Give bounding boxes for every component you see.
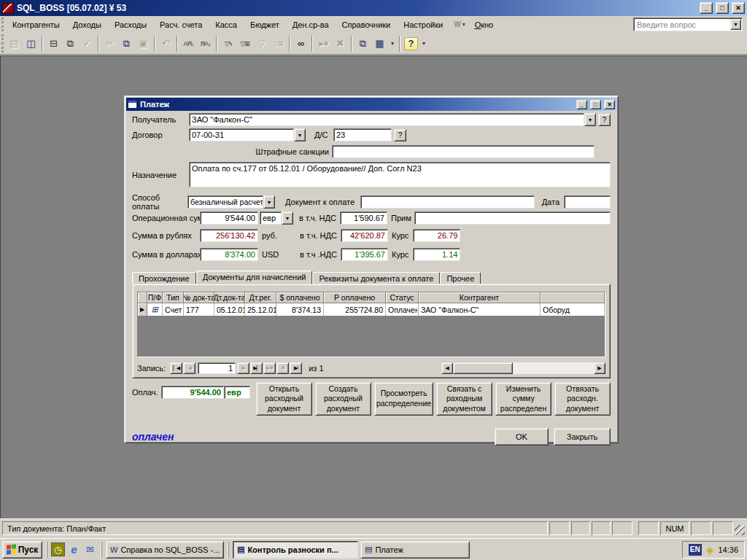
link-expense-doc-button[interactable]: Связать с раходным документом (436, 382, 492, 416)
cancel-record-button[interactable]: ✖ (276, 362, 289, 374)
close-button[interactable]: ✕ (732, 2, 745, 14)
filter-icon[interactable]: ▽ (253, 36, 270, 52)
menubar-grip[interactable] (1, 18, 4, 31)
scrollbar-track[interactable] (513, 362, 594, 374)
usd-vat-field[interactable]: 1'395.67 (341, 248, 388, 261)
contract-help-button[interactable]: ? (394, 129, 406, 141)
unlink-expense-doc-button[interactable]: Отвязать расходн. документ (554, 382, 611, 416)
menu-nastroyki[interactable]: Настройки (397, 18, 449, 31)
toolbar-grip[interactable] (1, 34, 4, 52)
menu-rashody[interactable]: Расходы (108, 18, 153, 31)
task-payment[interactable]: ▤ Платеж (360, 541, 470, 559)
op-currency-dropdown-icon[interactable]: ▼ (282, 211, 293, 225)
usd-rate-field[interactable]: 1.14 (413, 248, 460, 261)
new-record-icon[interactable]: ▶✱ (315, 36, 332, 52)
language-indicator[interactable]: EN (689, 544, 702, 556)
word-menu-icon[interactable]: W (449, 18, 462, 31)
ask-question-box[interactable]: Введите вопрос ▼ (633, 18, 743, 31)
recipient-dropdown-icon[interactable]: ▼ (584, 113, 596, 126)
op-sum-field[interactable]: 9'544.00 (200, 211, 258, 225)
contract-combobox[interactable]: 07-00-31 ▼ (189, 128, 306, 141)
paid-field[interactable]: 9'544.00 (161, 386, 224, 399)
view-distribution-button[interactable]: Просмотреть распределение (374, 382, 433, 416)
next-record-button[interactable]: ▶ (237, 362, 249, 374)
tab-prochee[interactable]: Прочее (440, 272, 481, 284)
menu-den-sredstva[interactable]: Ден.ср-ва (286, 18, 336, 31)
mail-icon[interactable]: ✉ (83, 542, 97, 556)
op-currency-combobox[interactable]: евр ▼ (260, 211, 293, 225)
tab-rekvizity-dokumenta[interactable]: Реквизиты документа к оплате (312, 272, 440, 284)
method-dropdown-icon[interactable]: ▼ (263, 195, 275, 209)
goto-record-button[interactable]: ▶! (290, 362, 302, 374)
first-record-button[interactable]: ▏◀ (170, 362, 182, 374)
menu-dropdown-caret-icon[interactable]: ▾ (462, 21, 468, 28)
sort-descending-icon[interactable]: ЯА↓ (197, 36, 214, 52)
dialog-close-button[interactable]: ✕ (604, 100, 615, 109)
dialog-maximize-button[interactable]: □ (590, 100, 601, 109)
ds-field[interactable]: 23 (333, 128, 392, 141)
undo-icon[interactable]: ↶ (158, 36, 174, 52)
save-icon[interactable]: ▤ (6, 36, 23, 52)
minimize-button[interactable]: _ (700, 2, 713, 14)
menu-okno[interactable]: Окно (468, 18, 500, 31)
record-number-field[interactable]: 1 (198, 362, 236, 374)
open-expense-doc-button[interactable]: Открыть расходный документ (256, 382, 312, 416)
menu-kassa[interactable]: Касса (209, 18, 244, 31)
penalty-field[interactable] (332, 145, 595, 158)
scrollbar-thumb[interactable] (453, 362, 513, 374)
payment-doc-field[interactable] (360, 195, 535, 209)
internet-explorer-icon[interactable]: e (67, 542, 81, 556)
row-selector-icon[interactable]: ▶ (138, 303, 147, 316)
date-field[interactable] (564, 195, 611, 209)
grid-header-doc-number[interactable]: № док-та (184, 292, 214, 303)
new-object-caret-icon[interactable]: ▾ (388, 36, 397, 52)
resize-grip[interactable] (735, 525, 745, 535)
task-control[interactable]: ▤ Контроль разноски п... (233, 541, 358, 559)
grid-header-extra[interactable] (541, 292, 605, 303)
grid-header-doc-date[interactable]: Дт.док-та (214, 292, 245, 303)
menu-byudzhet[interactable]: Бюджет (244, 18, 286, 31)
paste-icon[interactable]: ▣ (135, 36, 152, 52)
usd-field[interactable]: 8'374.00 (200, 248, 258, 261)
menu-dohody[interactable]: Доходы (66, 18, 108, 31)
maximize-button[interactable]: □ (716, 2, 729, 14)
grid-header-reg-date[interactable]: Дт.рег. (245, 292, 276, 303)
copy-icon[interactable]: ⧉ (118, 36, 135, 52)
method-combobox[interactable]: безналичный расчет ▼ (187, 195, 275, 209)
scroll-left-icon[interactable]: ◀ (441, 362, 453, 374)
sort-ascending-icon[interactable]: АЯ↓ (180, 36, 197, 52)
previous-record-button[interactable]: ◀ (183, 362, 196, 374)
recipient-help-button[interactable]: ? (598, 114, 611, 126)
menu-spravochniki[interactable]: Справочники (336, 18, 398, 31)
change-distribution-sum-button[interactable]: Изменить сумму распределен (495, 382, 551, 416)
find-icon[interactable]: ∞ (293, 36, 309, 52)
last-record-button[interactable]: ▶▏ (250, 362, 263, 374)
dialog-minimize-button[interactable]: _ (576, 100, 587, 109)
rub-vat-field[interactable]: 42'620.87 (341, 229, 388, 242)
start-button[interactable]: Пуск (2, 541, 42, 559)
paid-currency-field[interactable]: евр (224, 386, 250, 399)
tab-dokumenty-dlya-nachisleniy[interactable]: Документы для начислений (196, 271, 313, 284)
spellcheck-icon[interactable]: ✓ (79, 36, 96, 52)
rub-rate-field[interactable]: 26.79 (413, 229, 460, 242)
create-expense-doc-button[interactable]: Создать расходный документ (315, 382, 371, 416)
help-icon[interactable]: ? (404, 37, 418, 50)
print-preview-icon[interactable]: ⧉ (62, 36, 79, 52)
scroll-right-icon[interactable]: ▶ (594, 362, 605, 374)
grid-header-kontragent[interactable]: Контрагент (419, 292, 541, 303)
apply-filter-icon[interactable]: ▽⊠ (270, 36, 287, 52)
contract-dropdown-icon[interactable]: ▼ (294, 128, 306, 141)
menu-rasch-scheta[interactable]: Расч. счета (153, 18, 209, 31)
new-record-button[interactable]: ▶✱ (263, 362, 276, 374)
note-field[interactable] (414, 211, 611, 225)
grid-data-row[interactable]: ▶ ⊞ Счет 177 05.12.01 25.12.01 8'374.13 … (138, 303, 605, 316)
grid-horizontal-scrollbar[interactable]: ◀ ▶ (441, 362, 605, 374)
print-icon[interactable]: ⊟ (45, 36, 62, 52)
filter-by-selection-icon[interactable]: ▽ϟ (220, 36, 236, 52)
purpose-field[interactable]: Оплата по сч.177 от 05.12.01 / Оборудова… (189, 162, 611, 187)
op-vat-field[interactable]: 1'590.67 (340, 211, 387, 225)
grid-header-status[interactable]: Статус (386, 292, 419, 303)
rub-field[interactable]: 256'130.42 (200, 229, 258, 242)
tab-prohozhdenie[interactable]: Прохождение (132, 272, 196, 284)
new-object-icon[interactable]: ▦ (371, 36, 388, 52)
